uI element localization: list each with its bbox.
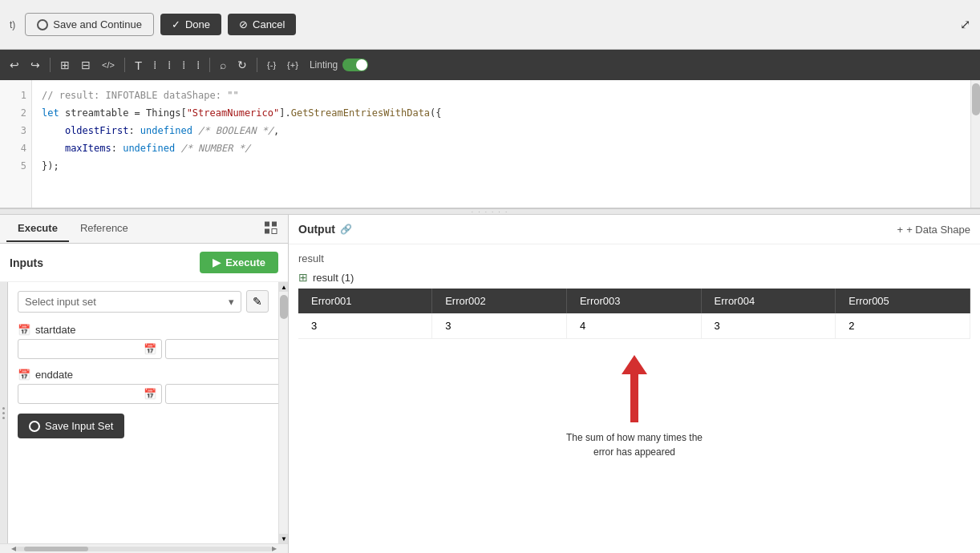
align-left-button[interactable]: ⁞	[150, 57, 160, 73]
align-justify-button[interactable]: ⁞	[193, 57, 203, 73]
table-icon: ⊞	[298, 271, 308, 284]
editor-scrollbar[interactable]	[970, 80, 980, 208]
arrow-shaft	[630, 374, 638, 422]
editor-toolbar: ↩ ↪ ⊞ ⊟ </> T ⁞ ⁞ ⁞ ⁞ ⌕ ↻ {-} {+} Lintin…	[0, 50, 980, 80]
startdate-date-field[interactable]	[23, 344, 144, 355]
h-scroll-thumb[interactable]	[24, 547, 88, 551]
enddate-date-input[interactable]: 📅	[18, 384, 162, 404]
cell-error001-row0: 3	[298, 313, 432, 339]
pencil-icon: ✎	[253, 295, 262, 308]
enddate-time-input[interactable]: 🕐	[165, 384, 278, 404]
enddate-date-field[interactable]	[23, 389, 144, 400]
cancel-icon: ⊘	[239, 18, 248, 30]
result-table-header: ⊞ result (1)	[298, 271, 970, 284]
cancel-button[interactable]: ⊘ Cancel	[228, 14, 296, 35]
output-title: Output 🔗	[298, 223, 352, 236]
line-num-1: 1	[5, 87, 26, 104]
output-title-text: Output	[298, 223, 335, 236]
tab-reference[interactable]: Reference	[69, 216, 140, 242]
comment-button[interactable]: ⊟	[78, 57, 94, 73]
scroll-arrow-down[interactable]: ▼	[279, 534, 288, 543]
data-shape-label: + Data Shape	[906, 224, 970, 236]
data-table: Error001 Error002 Error003 Error004 Erro…	[298, 289, 970, 339]
enddate-time-field[interactable]	[171, 389, 278, 400]
bracket-open-button[interactable]: {-}	[264, 59, 279, 71]
data-shape-button[interactable]: + + Data Shape	[897, 224, 970, 236]
cell-error004-row0: 3	[701, 313, 836, 339]
save-and-continue-button[interactable]: Save and Continue	[25, 13, 154, 36]
save-input-set-label: Save Input Set	[45, 420, 113, 432]
cell-error002-row0: 3	[432, 313, 567, 339]
select-input-set-dropdown[interactable]: Select input set ▾	[18, 291, 241, 313]
linting-toggle[interactable]	[342, 59, 368, 71]
save-input-set-button[interactable]: Save Input Set	[18, 414, 124, 438]
left-inner: Select input set ▾ ✎ 📅 startdate	[0, 282, 288, 543]
search-button[interactable]: ⌕	[217, 57, 229, 73]
align-center-button[interactable]: ⁞	[164, 57, 174, 73]
output-link-icon: 🔗	[340, 224, 352, 235]
code-button[interactable]: </>	[99, 59, 118, 71]
line-num-4: 4	[5, 139, 26, 157]
play-icon: ▶	[213, 256, 221, 268]
startdate-time-field[interactable]	[171, 344, 278, 355]
scroll-arrow-up[interactable]: ▲	[279, 282, 288, 292]
select-input-set-placeholder: Select input set	[25, 296, 96, 308]
tabs-right-controls	[261, 219, 281, 239]
execute-button[interactable]: ▶ Execute	[200, 252, 278, 273]
startdate-date-input[interactable]: 📅	[18, 339, 162, 359]
tab-execute-label: Execute	[18, 222, 58, 234]
output-body: result ⊞ result (1) Error001 Error002 Er…	[289, 244, 980, 553]
h-scroll-track	[16, 547, 272, 551]
replace-button[interactable]: ↻	[234, 57, 250, 73]
svg-rect-1	[272, 221, 277, 226]
arrow-head-up	[622, 355, 647, 374]
plus-icon: +	[897, 224, 904, 236]
startdate-field-group: 📅 startdate 📅 🕐	[18, 324, 269, 359]
enddate-field-group: 📅 enddate 📅 🕐	[18, 369, 269, 404]
line-numbers: 1 2 3 4 5	[0, 80, 32, 208]
result-label: result	[298, 252, 970, 264]
calendar-picker-icon-end[interactable]: 📅	[144, 388, 156, 400]
tab-execute[interactable]: Execute	[6, 216, 69, 242]
expand-button[interactable]: ⤢	[960, 17, 970, 32]
inputs-header: Inputs ▶ Execute	[0, 244, 288, 282]
inputs-h-scrollbar[interactable]: ◀ ▶	[0, 543, 288, 553]
wrap-button[interactable]: ⊞	[57, 57, 73, 73]
code-editor[interactable]: 1 2 3 4 5 // result: INFOTABLE dataShape…	[0, 80, 980, 208]
col-error001: Error001	[298, 289, 432, 313]
startdate-label: 📅 startdate	[18, 324, 269, 336]
annotation-text: The sum of how many times theerror has a…	[566, 430, 703, 459]
scroll-thumb[interactable]	[280, 295, 288, 319]
bracket-close-button[interactable]: {+}	[284, 59, 302, 71]
bottom-panel: Execute Reference Inputs ▶	[0, 215, 980, 553]
code-content[interactable]: // result: INFOTABLE dataShape: "" let s…	[32, 80, 970, 208]
calendar-picker-icon-start[interactable]: 📅	[144, 343, 156, 355]
startdate-time-input[interactable]: 🕐	[165, 339, 278, 359]
output-header: Output 🔗 + + Data Shape	[289, 215, 980, 244]
tabs-bar: Execute Reference	[0, 215, 288, 244]
resize-handle[interactable]: · · · · · ·	[0, 208, 980, 215]
header-prefix: t)	[10, 19, 15, 30]
cell-error005-row0: 2	[836, 313, 970, 339]
undo-button[interactable]: ↩	[6, 57, 22, 73]
align-right-button[interactable]: ⁞	[179, 57, 188, 73]
inputs-scrollbar[interactable]: ▲ ▼	[278, 282, 288, 543]
table-header-row: Error001 Error002 Error003 Error004 Erro…	[298, 289, 970, 313]
col-error002: Error002	[432, 289, 567, 313]
collapse-handle[interactable]	[0, 282, 8, 543]
result-table-label: result (1)	[313, 272, 354, 284]
done-button[interactable]: ✓ Done	[160, 14, 221, 35]
toolbar-sep-2	[124, 58, 125, 72]
collapse-dot-3	[2, 417, 5, 419]
panel-layout-button[interactable]	[261, 219, 281, 239]
save-and-continue-label: Save and Continue	[53, 18, 142, 30]
svg-rect-3	[272, 228, 277, 233]
redo-button[interactable]: ↪	[27, 57, 43, 73]
cell-error003-row0: 4	[566, 313, 701, 339]
tab-reference-label: Reference	[80, 222, 128, 234]
edit-input-set-button[interactable]: ✎	[246, 290, 269, 313]
h-scroll-right-arrow[interactable]: ▶	[272, 545, 277, 552]
table-row: 3 3 4 3 2	[298, 313, 970, 339]
format-text-button[interactable]: T	[132, 57, 145, 74]
toolbar-sep-1	[50, 58, 51, 72]
